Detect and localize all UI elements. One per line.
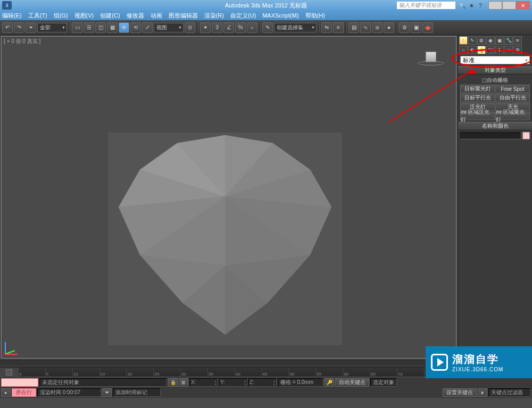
key-target-dropdown[interactable]: 选定对象 <box>370 378 397 387</box>
lock-selection-button[interactable]: 🔒 <box>168 378 178 387</box>
z-input[interactable]: Z:▴▾ <box>248 378 277 387</box>
motion-tab[interactable]: ◉ <box>486 36 495 45</box>
menu-group[interactable]: 组(G) <box>54 12 68 20</box>
key-filters-icon[interactable]: ⏵ <box>478 388 487 397</box>
menu-create[interactable]: 创建(C) <box>100 12 120 20</box>
extra-tab[interactable]: ≋ <box>513 36 522 45</box>
favorite-icon[interactable]: ★ <box>468 2 475 9</box>
undo-button[interactable]: ↶ <box>2 22 13 33</box>
abs-rel-button[interactable]: ⊞ <box>179 378 188 387</box>
add-time-tag[interactable]: 添加时间标记 <box>113 388 161 397</box>
select-button[interactable]: ▭ <box>72 22 82 33</box>
x-input[interactable]: X:▴▾ <box>189 378 218 387</box>
select-move-button[interactable]: ✥ <box>119 22 129 33</box>
cameras-subtab[interactable]: 📷 <box>486 46 495 54</box>
systems-subtab[interactable]: ⚙ <box>513 46 522 54</box>
spacewarps-subtab[interactable]: 〰 <box>504 46 513 54</box>
script-listener-mini[interactable] <box>1 378 38 387</box>
render-button[interactable]: 🫖 <box>422 22 433 33</box>
lights-subtab[interactable]: 💡 <box>477 46 486 54</box>
geometry-subtab[interactable]: ○ <box>459 46 468 54</box>
curve-editor-button[interactable]: ∿ <box>360 22 371 33</box>
free-direct-button[interactable]: 自由平行光 <box>495 94 530 102</box>
menu-customize[interactable]: 自定义(U) <box>230 12 256 20</box>
object-color-swatch[interactable] <box>522 132 530 139</box>
app-logo-icon: 3 <box>2 1 12 10</box>
menu-render[interactable]: 渲染(R) <box>204 12 224 20</box>
y-input[interactable]: Y:▴▾ <box>219 378 247 387</box>
snap-toggle-button[interactable]: 3 <box>212 22 222 33</box>
select-scale-button[interactable]: ⤢ <box>142 22 153 33</box>
material-editor-button[interactable]: ● <box>384 22 394 33</box>
window-cross-button[interactable]: ▦ <box>107 22 118 33</box>
named-sel-edit-button[interactable]: ✎ <box>262 22 273 33</box>
free-spot-button[interactable]: Free Spot <box>495 85 530 93</box>
align-button[interactable]: ≡ <box>333 22 344 33</box>
minimize-button[interactable]: — <box>488 1 502 10</box>
display-tab[interactable]: ▣ <box>495 36 504 45</box>
help-search-input[interactable]: 输入关键字或短语 <box>397 2 455 9</box>
viewport-scrollbar[interactable] <box>0 360 458 365</box>
key-filters-button[interactable]: 关键点过滤器 <box>488 388 531 397</box>
rollout-name-color[interactable]: 名称和颜色 <box>458 122 532 130</box>
search-icon[interactable]: 🔍 <box>459 2 466 9</box>
pivot-button[interactable]: ⊙ <box>185 22 195 33</box>
selection-filter-dropdown[interactable]: 全部 <box>37 23 67 32</box>
menu-modifiers[interactable]: 修改器 <box>127 12 144 20</box>
time-tag-button[interactable]: ⏷ <box>102 388 112 397</box>
menu-edit[interactable]: 编辑(E) <box>2 12 22 20</box>
main-area: [ + 0 前 0 真实 ] <box>0 35 532 360</box>
utilities-tab[interactable]: 🔧 <box>504 36 513 45</box>
auto-key-button[interactable]: 自动关键点 <box>335 378 369 387</box>
trackbar-icons[interactable] <box>0 368 18 377</box>
listener-row-label[interactable]: 所在行 <box>12 388 36 397</box>
ref-coord-dropdown[interactable]: 视图 <box>154 23 184 32</box>
menu-animation[interactable]: 动画 <box>151 12 162 20</box>
object-name-input[interactable] <box>460 132 521 139</box>
manipulate-button[interactable]: ✦ <box>200 22 211 33</box>
maxscript-button[interactable]: ▸ <box>1 388 11 397</box>
menu-tools[interactable]: 工具(T) <box>28 12 47 20</box>
named-selection-dropdown[interactable]: 创建选择集 <box>274 23 317 32</box>
helpers-subtab[interactable]: ✚ <box>495 46 504 54</box>
mr-area-spot-button[interactable]: mr 区域聚光灯 <box>495 112 530 120</box>
viewport-container: [ + 0 前 0 真实 ] <box>0 35 458 360</box>
angle-snap-button[interactable]: ∠ <box>223 22 234 33</box>
select-rotate-button[interactable]: ⟲ <box>130 22 141 33</box>
percent-snap-button[interactable]: % <box>235 22 246 33</box>
light-type-dropdown[interactable]: 标准 <box>460 56 530 64</box>
help-icon[interactable]: ? <box>477 2 484 9</box>
select-region-button[interactable]: ◫ <box>95 22 106 33</box>
link-button[interactable]: ⚭ <box>26 22 36 33</box>
spinner-snap-button[interactable]: ⟐ <box>247 22 257 33</box>
rollout-object-type[interactable]: 对象类型 <box>458 66 532 74</box>
menu-grapheditor[interactable]: 图形编辑器 <box>169 12 198 20</box>
key-mode-button[interactable]: 🔑 <box>325 378 334 387</box>
close-button[interactable]: ✕ <box>516 1 530 10</box>
render-frame-button[interactable]: ▣ <box>411 22 421 33</box>
mirror-button[interactable]: ⇋ <box>321 22 332 33</box>
target-direct-button[interactable]: 目标平行光 <box>460 94 495 102</box>
viewcube-face[interactable] <box>426 52 436 62</box>
viewport-label[interactable]: [ + 0 前 0 真实 ] <box>4 38 40 45</box>
menu-view[interactable]: 视图(V) <box>74 12 94 20</box>
create-tab[interactable]: ✦ <box>459 36 468 45</box>
front-viewport[interactable]: [ + 0 前 0 真实 ] <box>1 36 456 359</box>
select-name-button[interactable]: ☰ <box>84 22 94 33</box>
layers-button[interactable]: ▤ <box>348 22 359 33</box>
shapes-subtab[interactable]: ◐ <box>468 46 477 54</box>
menu-help[interactable]: 帮助(H) <box>305 12 325 20</box>
auto-grid-checkbox[interactable]: ☐ 自动栅格 <box>460 76 530 85</box>
hierarchy-tab[interactable]: ⊞ <box>477 36 486 45</box>
viewcube[interactable] <box>418 52 444 68</box>
mr-area-omni-button[interactable]: mr 区域泛光灯 <box>460 112 495 120</box>
modify-tab[interactable]: ✎ <box>468 36 477 45</box>
target-spot-button[interactable]: 目标聚光灯 <box>460 85 495 93</box>
menu-maxscript[interactable]: MAXScript(M) <box>262 12 298 19</box>
viewcube-ring[interactable] <box>418 61 444 65</box>
schematic-button[interactable]: ⧈ <box>372 22 383 33</box>
set-key-button[interactable]: 设置关键点 <box>443 388 477 397</box>
maximize-button[interactable]: ▭ <box>502 1 516 10</box>
redo-button[interactable]: ↷ <box>14 22 24 33</box>
render-setup-button[interactable]: ⚙ <box>399 22 410 33</box>
